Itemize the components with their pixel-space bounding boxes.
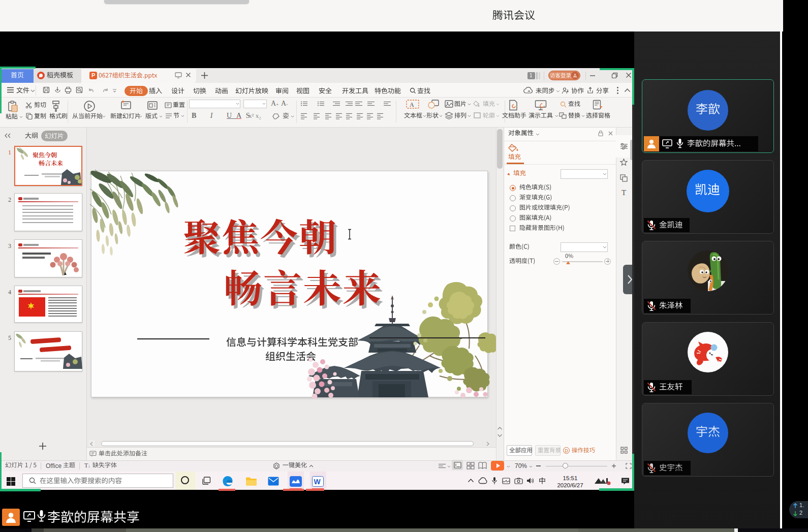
svg-text:A: A [410,101,414,108]
svg-text:W: W [314,478,321,486]
